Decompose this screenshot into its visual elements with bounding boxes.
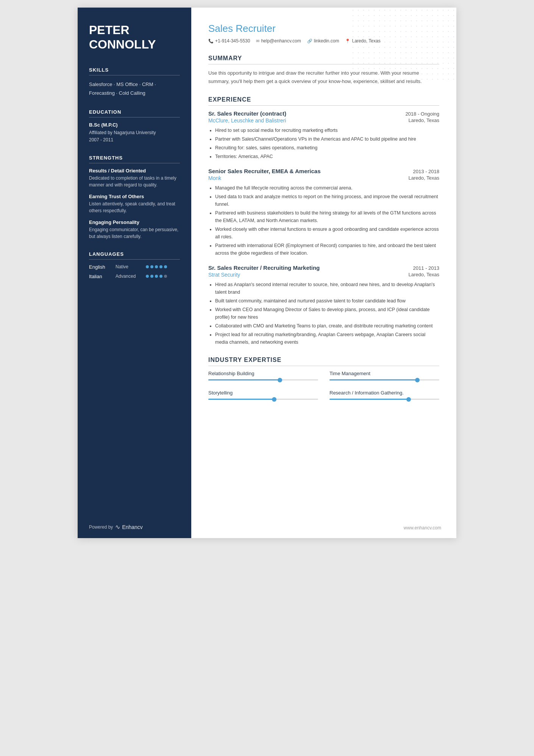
bullet-item: Hired as Anaplan's second internal recru… (215, 281, 439, 296)
bullet-item: Project lead for all recruiting marketin… (215, 331, 439, 346)
email-icon: ✉ (256, 39, 259, 44)
strength-title-3: Engaging Personality (89, 219, 180, 225)
education-years: 2007 - 2011 (89, 136, 180, 144)
slider-thumb-4 (406, 397, 411, 402)
dot (150, 265, 153, 268)
exp-location-1: Laredo, Texas (409, 117, 439, 124)
exp-role-1: Sr. Sales Recruiter (contract) (208, 110, 286, 117)
exp-bullets-3: Hired as Anaplan's second internal recru… (208, 281, 439, 346)
contact-bar: 📞 +1-914-345-5530 ✉ help@enhancv.com 🔗 l… (208, 38, 439, 44)
dot (159, 265, 162, 268)
linkedin-icon: 🔗 (307, 39, 312, 44)
bullet-item: Hired to set up social media for recruit… (215, 127, 439, 134)
languages-section: LANGUAGES English Native Italian Advance… (89, 251, 180, 279)
exp-company-row-2: Monk Laredo, Texas (208, 175, 439, 181)
industry-expertise-section: INDUSTRY EXPERTISE Relationship Building… (208, 357, 439, 402)
powered-by-label: Powered by (89, 524, 113, 530)
enhancv-icon: ∿ (115, 523, 120, 531)
contact-linkedin: 🔗 linkedin.com (307, 38, 339, 44)
dot (164, 265, 167, 268)
expertise-label-4: Research / Information Gathering. (329, 390, 439, 396)
exp-date-2: 2013 - 2018 (413, 169, 439, 174)
education-section: EDUCATION B.Sc (M.P.C) Affiliated by Nag… (89, 109, 180, 144)
enhancv-logo: ∿ Enhancv (115, 523, 142, 531)
phone-icon: 📞 (208, 39, 214, 44)
bullet-item: Worked closely with other internal funct… (215, 225, 439, 241)
languages-title: LANGUAGES (89, 251, 180, 260)
exp-date-3: 2011 - 2013 (413, 265, 439, 271)
experience-title: EXPERIENCE (208, 96, 439, 106)
lang-level-italian: Advanced (116, 274, 146, 279)
experience-section: EXPERIENCE Sr. Sales Recruiter (contract… (208, 96, 439, 346)
expertise-item-3: Storytelling (208, 390, 318, 400)
slider-thumb-1 (278, 378, 282, 382)
exp-role-3: Sr. Sales Recruiter / Recruiting Marketi… (208, 265, 320, 271)
slider-fill-3 (208, 399, 274, 400)
job-title: Sales Recruiter (208, 23, 439, 34)
slider-track-3 (208, 399, 318, 400)
main-content: Sales Recruiter 📞 +1-914-345-5530 ✉ help… (191, 8, 456, 538)
strength-title-2: Earning Trust of Others (89, 194, 180, 199)
expertise-label-3: Storytelling (208, 390, 318, 396)
exp-bullets-1: Hired to set up social media for recruit… (208, 127, 439, 160)
exp-item-3: Sr. Sales Recruiter / Recruiting Marketi… (208, 265, 439, 346)
exp-company-row-1: McClure, Leuschke and Balistreri Laredo,… (208, 117, 439, 124)
strength-item: Results / Detail Oriented Dedicated to c… (89, 168, 180, 188)
exp-header-2: Senior Sales Recruiter, EMEA & Americas … (208, 168, 439, 174)
bullet-item: Managed the full lifecycle recruiting ac… (215, 184, 439, 192)
phone-text: +1-914-345-5530 (215, 38, 250, 44)
slider-track-4 (329, 399, 439, 400)
strength-item: Earning Trust of Others Listen attentive… (89, 194, 180, 214)
footer: Powered by ∿ Enhancv (89, 523, 143, 531)
slider-thumb-2 (415, 378, 420, 382)
page-footer-url: www.enhancv.com (404, 525, 441, 531)
bullet-item: Territories: Americas, APAC (215, 153, 439, 160)
skills-title: SKILLS (89, 67, 180, 75)
exp-company-3: Strat Security (208, 272, 240, 278)
exp-location-3: Laredo, Texas (409, 272, 439, 278)
slider-fill-2 (329, 379, 417, 380)
dot (146, 275, 149, 278)
resume-wrapper: PETER CONNOLLY SKILLS Salesforce · MS Of… (78, 8, 456, 538)
bullet-item: Recruiting for: sales, sales operations,… (215, 144, 439, 152)
summary-section: SUMMARY Use this opportunity to intrigue… (208, 55, 439, 86)
exp-item-2: Senior Sales Recruiter, EMEA & Americas … (208, 168, 439, 257)
bullet-item: Partnered with international EOR (Employ… (215, 242, 439, 257)
linkedin-text: linkedin.com (314, 38, 339, 44)
dot (159, 275, 162, 278)
slider-track-1 (208, 379, 318, 380)
exp-location-2: Laredo, Texas (409, 175, 439, 181)
skills-section: SKILLS Salesforce · MS Office · CRM · Fo… (89, 67, 180, 98)
strength-title-1: Results / Detail Oriented (89, 168, 180, 174)
dot (155, 265, 158, 268)
education-university: Affiliated by Nagarjuna University (89, 129, 180, 136)
strengths-title: STRENGTHS (89, 155, 180, 163)
exp-role-2: Senior Sales Recruiter, EMEA & Americas (208, 168, 321, 174)
summary-text: Use this opportunity to intrigue and dra… (208, 69, 439, 86)
strength-desc-2: Listen attentively, speak candidly, and … (89, 200, 180, 214)
slider-track-2 (329, 379, 439, 380)
exp-header-3: Sr. Sales Recruiter / Recruiting Marketi… (208, 265, 439, 271)
summary-title: SUMMARY (208, 55, 439, 64)
bullet-item: Built talent community, maintained and n… (215, 297, 439, 305)
expertise-label-1: Relationship Building (208, 371, 318, 376)
slider-fill-1 (208, 379, 280, 380)
expertise-label-2: Time Management (329, 371, 439, 376)
expertise-item-4: Research / Information Gathering. (329, 390, 439, 400)
dot (155, 275, 158, 278)
enhancv-brand: Enhancv (122, 524, 142, 530)
exp-company-1: McClure, Leuschke and Balistreri (208, 117, 286, 124)
contact-phone: 📞 +1-914-345-5530 (208, 38, 250, 44)
exp-company-row-3: Strat Security Laredo, Texas (208, 272, 439, 278)
expertise-item-2: Time Management (329, 371, 439, 380)
lang-dots-english (146, 265, 167, 268)
contact-location: 📍 Laredo, Texas (345, 38, 380, 44)
bullet-item: Partnered with business stakeholders to … (215, 209, 439, 224)
language-row-italian: Italian Advanced (89, 274, 180, 279)
location-icon: 📍 (345, 39, 350, 44)
bullet-item: Partner with Sales/Channel/Operations VP… (215, 135, 439, 143)
exp-company-2: Monk (208, 175, 221, 181)
dot-empty (164, 275, 167, 278)
slider-thumb-3 (272, 397, 276, 402)
expertise-item-1: Relationship Building (208, 371, 318, 380)
